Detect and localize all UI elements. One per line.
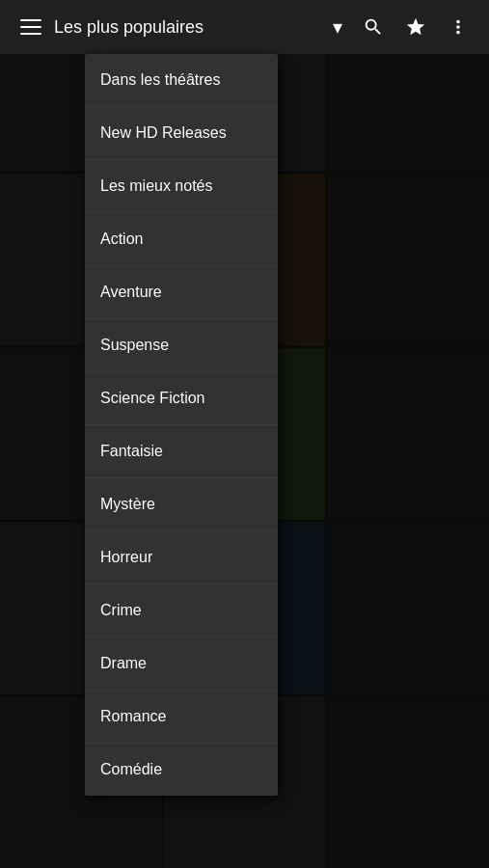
menu-item-comedie[interactable]: Comédie	[85, 744, 278, 796]
menu-item-horreur[interactable]: Horreur	[85, 531, 278, 584]
menu-item-drame[interactable]: Drame	[85, 637, 278, 691]
menu-item-fantaisie[interactable]: Fantaisie	[85, 425, 278, 478]
menu-item-science-fiction[interactable]: Science Fiction	[85, 372, 278, 425]
search-button[interactable]	[354, 8, 393, 46]
favorites-button[interactable]	[396, 8, 435, 46]
menu-item-dans-les-theatres[interactable]: Dans les théâtres	[85, 54, 278, 107]
dropdown-menu: Dans les théâtresNew HD ReleasesLes mieu…	[85, 54, 278, 796]
menu-item-new-hd-releases[interactable]: New HD Releases	[85, 107, 278, 160]
menu-item-les-mieux-notes[interactable]: Les mieux notés	[85, 160, 278, 213]
app-bar-title: Les plus populaires	[54, 17, 333, 38]
dropdown-arrow-icon[interactable]: ▾	[333, 15, 342, 39]
app-bar-actions	[354, 8, 477, 46]
app-bar: Les plus populaires ▾	[0, 0, 489, 54]
hamburger-menu-button[interactable]	[12, 8, 50, 46]
menu-item-crime[interactable]: Crime	[85, 584, 278, 637]
menu-item-romance[interactable]: Romance	[85, 691, 278, 744]
menu-item-mystere[interactable]: Mystère	[85, 478, 278, 531]
menu-item-action[interactable]: Action	[85, 213, 278, 266]
menu-item-aventure[interactable]: Aventure	[85, 266, 278, 319]
more-options-button[interactable]	[439, 8, 477, 46]
menu-item-suspense[interactable]: Suspense	[85, 319, 278, 372]
